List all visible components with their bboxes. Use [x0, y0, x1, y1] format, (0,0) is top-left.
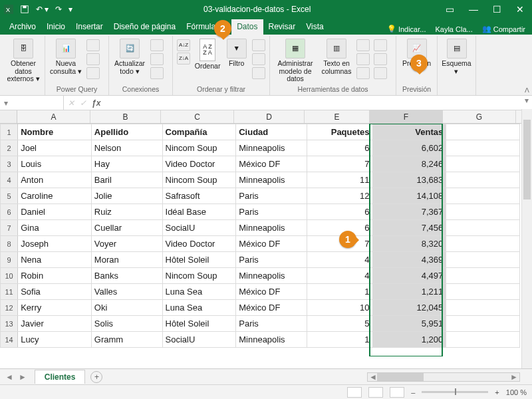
recent-sources-button[interactable] [86, 67, 100, 79]
zoom-in-button[interactable]: + [495, 388, 499, 396]
cell[interactable]: 11 [307, 172, 372, 188]
normal-view-button[interactable] [347, 387, 362, 398]
cell[interactable]: Minneapolis [236, 140, 307, 156]
col-header-D[interactable]: D [234, 110, 305, 123]
cell[interactable]: Baril [91, 172, 162, 188]
cell[interactable]: Minneapolis [236, 220, 307, 236]
cell[interactable]: 12,045 [372, 300, 446, 316]
cell[interactable]: Solis [91, 316, 162, 332]
share-button[interactable]: Compartir [479, 23, 528, 35]
cell[interactable] [446, 140, 520, 156]
horizontal-scrollbar[interactable]: ◄ ► [367, 372, 520, 382]
filter-button[interactable]: ▼ Filtro [225, 37, 248, 68]
cell[interactable] [446, 332, 520, 348]
cell[interactable] [446, 204, 520, 220]
cell[interactable]: Lucy [18, 332, 92, 348]
tab-archivo[interactable]: Archivo [4, 19, 41, 35]
collapse-ribbon-icon[interactable]: ᐱ [525, 86, 529, 94]
cell[interactable]: 13,683 [372, 172, 446, 188]
cell[interactable]: Hôtel Soleil [162, 252, 236, 268]
cell[interactable] [446, 316, 520, 332]
cell[interactable]: Paris [236, 252, 307, 268]
cell[interactable]: Kerry [18, 300, 92, 316]
cell[interactable] [446, 156, 520, 172]
cell[interactable]: 14,108 [372, 188, 446, 204]
tell-me[interactable]: Indicar... [384, 23, 429, 35]
cell[interactable]: Gramm [91, 332, 162, 348]
cell[interactable]: Paris [236, 188, 307, 204]
cell[interactable] [446, 300, 520, 316]
cell[interactable]: 4,497 [372, 268, 446, 284]
cell[interactable]: 8,320 [372, 236, 446, 252]
fx-icon[interactable]: ƒx [92, 98, 100, 108]
new-sheet-button[interactable]: + [90, 371, 102, 383]
remove-duplicates-button[interactable] [356, 53, 370, 65]
cell[interactable] [446, 252, 520, 268]
outline-button[interactable]: ▤ Esquema ▾ [442, 37, 471, 75]
sort-desc-button[interactable]: Z↓A [177, 53, 190, 65]
cell[interactable]: Paquetes [307, 124, 372, 140]
consolidate-button[interactable] [374, 39, 387, 51]
row-header[interactable]: 5 [1, 188, 18, 204]
cell[interactable] [446, 188, 520, 204]
page-break-view-button[interactable] [390, 387, 404, 398]
cell[interactable]: 4 [307, 252, 372, 268]
cell[interactable]: México DF [236, 300, 307, 316]
col-header-G[interactable]: G [443, 110, 516, 123]
cell[interactable]: Nincom Soup [162, 268, 236, 284]
cell[interactable]: Sofia [18, 284, 92, 300]
cell[interactable]: 4,369 [372, 252, 446, 268]
show-queries-button[interactable] [86, 39, 100, 51]
clear-filter-button[interactable] [252, 39, 265, 51]
cell[interactable]: 7,456 [372, 220, 446, 236]
cell[interactable] [446, 220, 520, 236]
cell[interactable]: 12 [307, 188, 372, 204]
flash-fill-button[interactable] [356, 39, 370, 51]
row-header[interactable]: 2 [1, 140, 18, 156]
cell[interactable]: Nombre [18, 124, 92, 140]
refresh-all-button[interactable]: 🔄 Actualizar todo ▾ [113, 37, 146, 75]
cell[interactable]: Safrasoft [162, 188, 236, 204]
cell[interactable]: 4 [307, 268, 372, 284]
cell[interactable]: Hôtel Soleil [162, 316, 236, 332]
cell[interactable]: Ruiz [91, 204, 162, 220]
cell[interactable]: Paris [236, 316, 307, 332]
sort-asc-button[interactable]: A↓Z [177, 39, 190, 51]
cell[interactable]: Gina [18, 220, 92, 236]
cell[interactable]: Hay [91, 156, 162, 172]
cell[interactable]: Compañía [162, 124, 236, 140]
row-header[interactable]: 6 [1, 204, 18, 220]
cell[interactable]: Ventas [372, 124, 446, 140]
cell[interactable]: 6 [307, 140, 372, 156]
cell[interactable]: Anton [18, 172, 92, 188]
sheet-nav-next-icon[interactable]: ► [19, 372, 27, 382]
reapply-button[interactable] [252, 53, 265, 65]
col-header-A[interactable]: A [17, 110, 90, 123]
row-header[interactable]: 13 [1, 316, 18, 332]
undo-icon[interactable]: ↶ ▾ [36, 5, 49, 14]
sort-button[interactable]: A ZZ A Ordenar [194, 37, 221, 70]
row-header[interactable]: 3 [1, 156, 18, 172]
cell[interactable]: 6 [307, 220, 372, 236]
formula-input[interactable] [104, 96, 521, 110]
cell[interactable]: 10 [307, 300, 372, 316]
col-header-B[interactable]: B [90, 110, 161, 123]
cell[interactable]: Voyer [91, 236, 162, 252]
row-header[interactable]: 7 [1, 220, 18, 236]
manage-data-button[interactable] [374, 67, 387, 79]
data-model-button[interactable]: ▦ Administrar modelo de datos [274, 37, 317, 83]
tab-datos[interactable]: Datos [231, 19, 263, 35]
cell[interactable] [446, 172, 520, 188]
row-header[interactable]: 12 [1, 300, 18, 316]
tab-diseno[interactable]: Diseño de página [108, 19, 181, 35]
get-external-data-button[interactable]: 🗄 Obtener datos externos ▾ [7, 37, 40, 83]
connections-button[interactable] [150, 39, 164, 51]
row-header[interactable]: 10 [1, 268, 18, 284]
zoom-level[interactable]: 100 % [506, 388, 527, 396]
cell[interactable]: Paris [236, 204, 307, 220]
account-user[interactable]: Kayla Cla... [432, 24, 475, 35]
cell[interactable]: 1,211 [372, 284, 446, 300]
row-header[interactable]: 8 [1, 236, 18, 252]
cell[interactable]: Moran [91, 252, 162, 268]
enter-formula-icon[interactable]: ✓ [80, 98, 86, 108]
